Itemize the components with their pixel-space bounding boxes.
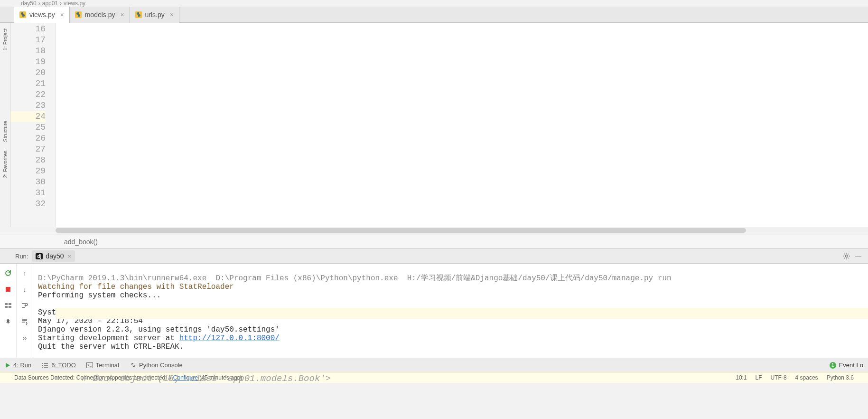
tab-label: urls.py xyxy=(145,11,165,19)
tab-models[interactable]: models.py × xyxy=(70,7,130,23)
tab-label: views.py xyxy=(29,11,55,19)
editor-tabs-bar: views.py × models.py × urls.py × xyxy=(0,7,868,23)
left-tool-strip: 1: Project Structure 2: Favorites xyxy=(0,23,10,227)
run-label: Run: xyxy=(15,253,28,260)
run-toolbar-primary xyxy=(0,264,17,358)
run-toolbar-secondary: ↑ ↓ ›› xyxy=(17,264,33,358)
svg-rect-7 xyxy=(5,306,8,308)
code-editor[interactable]: ⊖ # Book object (18) <class 'app01.model… xyxy=(56,23,868,227)
rerun-button[interactable] xyxy=(3,268,13,278)
django-icon: dj xyxy=(36,253,43,259)
close-icon[interactable]: × xyxy=(168,11,175,18)
line-number-gutter: 16 17 18 19 20 21 22 23 24 25 26 27 28 2… xyxy=(10,23,56,227)
close-icon[interactable]: × xyxy=(119,11,126,18)
python-file-icon xyxy=(135,11,142,19)
tool-project[interactable]: 1: Project xyxy=(2,27,8,52)
more-icon[interactable]: ›› xyxy=(20,333,29,343)
svg-rect-6 xyxy=(9,303,11,305)
tool-favorites[interactable]: 2: Favorites xyxy=(2,149,8,180)
up-icon[interactable]: ↑ xyxy=(20,268,29,278)
pin-button[interactable] xyxy=(3,317,13,326)
breadcrumb-item[interactable]: day50 xyxy=(21,0,37,7)
python-file-icon xyxy=(75,11,82,19)
tab-label: models.py xyxy=(85,11,115,19)
bottom-run-button[interactable]: 4: Run xyxy=(5,362,31,369)
svg-rect-5 xyxy=(5,303,8,305)
layout-button[interactable] xyxy=(3,301,13,310)
tab-urls[interactable]: urls.py × xyxy=(130,7,179,23)
fold-icon[interactable]: ⊖ xyxy=(56,373,59,384)
tab-views[interactable]: views.py × xyxy=(14,7,70,23)
soft-wrap-button[interactable] xyxy=(20,301,29,310)
svg-rect-4 xyxy=(6,287,10,292)
python-file-icon xyxy=(19,11,27,19)
scroll-to-end-button[interactable] xyxy=(20,317,29,326)
down-icon[interactable]: ↓ xyxy=(20,285,29,294)
close-icon[interactable]: × xyxy=(59,11,65,18)
svg-rect-8 xyxy=(9,306,11,308)
editor-area: 1: Project Structure 2: Favorites 16 17 … xyxy=(0,23,868,227)
breadcrumb: day50› app01› views.py xyxy=(0,0,868,7)
code-comment: # Book object (18) <class 'app01.models.… xyxy=(82,373,331,384)
stop-button[interactable] xyxy=(3,285,13,294)
breadcrumb-item[interactable]: views.py xyxy=(64,0,85,7)
tool-structure[interactable]: Structure xyxy=(2,119,8,144)
breadcrumb-item[interactable]: app01 xyxy=(42,0,58,7)
